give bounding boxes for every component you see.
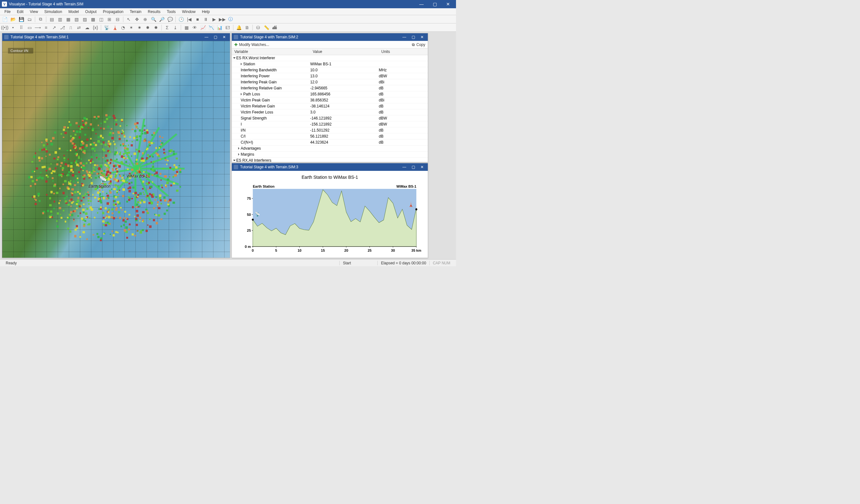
dish-icon[interactable]: ◔ xyxy=(119,24,127,31)
rect-icon[interactable]: ▭ xyxy=(26,24,33,31)
clock-icon[interactable]: 🕑 xyxy=(177,16,185,23)
table-row[interactable]: Interfering Relative Gain-2.945665dB xyxy=(232,85,428,91)
chart1-icon[interactable]: 📈 xyxy=(199,24,206,31)
profile-close-button[interactable]: ✕ xyxy=(418,165,427,169)
map-min-button[interactable]: — xyxy=(202,35,211,39)
menu-view[interactable]: View xyxy=(27,9,41,15)
profile-max-button[interactable]: ▢ xyxy=(409,165,418,169)
menu-terrain[interactable]: Terrain xyxy=(127,9,145,15)
menu-file[interactable]: File xyxy=(1,9,14,15)
profile-min-button[interactable]: — xyxy=(400,165,409,169)
table-row[interactable]: StationWiMax BS-1 xyxy=(232,61,428,67)
sigma-icon[interactable]: Σ xyxy=(163,24,171,31)
stop-icon[interactable]: ■ xyxy=(194,16,201,23)
table-row[interactable]: C/I56.121892dB xyxy=(232,133,428,140)
fast-forward-icon[interactable]: ▶▶ xyxy=(219,16,226,23)
menu-window[interactable]: Window xyxy=(179,9,199,15)
col-value[interactable]: Value xyxy=(310,48,378,55)
net2-icon[interactable]: ✷ xyxy=(136,24,143,31)
maximize-button[interactable]: ▢ xyxy=(428,2,441,7)
db-icon[interactable]: ⛁ xyxy=(255,24,262,31)
table-row[interactable]: Victim Peak Gain38.856352dBi xyxy=(232,97,428,103)
menu-propagation[interactable]: Propagation xyxy=(100,9,127,15)
bell-icon[interactable]: 🔔 xyxy=(235,24,242,31)
watch-close-button[interactable]: ✕ xyxy=(418,35,427,39)
close-button[interactable]: ✕ xyxy=(441,2,455,7)
copy-icon[interactable]: ⧉ xyxy=(37,16,44,23)
equal-icon[interactable]: ≡ xyxy=(43,24,49,31)
layout3-icon[interactable]: ▦ xyxy=(65,16,72,23)
table-row[interactable]: C/(N+I)44.323624dB xyxy=(232,140,428,145)
menu-edit[interactable]: Edit xyxy=(14,9,27,15)
tower-icon[interactable]: 🗼 xyxy=(111,24,118,31)
table-row[interactable]: Victim Relative Gain-38.146124dB xyxy=(232,103,428,109)
menu-model[interactable]: Model xyxy=(65,9,82,15)
col-units[interactable]: Units xyxy=(378,48,428,55)
layout8-icon[interactable]: ⊞ xyxy=(106,16,113,23)
table-row[interactable]: Path Loss165.886456dB xyxy=(232,91,428,97)
grid-dots-icon[interactable]: ⠿ xyxy=(18,24,25,31)
dot-icon[interactable]: • xyxy=(10,24,16,31)
earth-station-icon[interactable]: 📡 xyxy=(99,176,107,183)
menu-output[interactable]: Output xyxy=(82,9,100,15)
layout4-icon[interactable]: ▧ xyxy=(73,16,80,23)
antenna-icon[interactable]: ((•)) xyxy=(1,24,8,31)
doc-icon[interactable]: 🗎 xyxy=(244,24,250,31)
export-icon[interactable]: ⤓ xyxy=(172,24,179,31)
layout7-icon[interactable]: ◫ xyxy=(98,16,105,23)
watch-min-button[interactable]: — xyxy=(400,35,409,39)
table-row[interactable]: Interfering Bandwidth10.0MHz xyxy=(232,67,428,73)
layout-icon[interactable]: ▤ xyxy=(48,16,55,23)
sat-icon[interactable]: 📡 xyxy=(103,24,110,31)
table-row[interactable]: I/N-11.501292dB xyxy=(232,127,428,133)
watch-icon[interactable]: 👁 xyxy=(191,24,198,31)
map-close-button[interactable]: ✕ xyxy=(220,35,229,39)
table-row[interactable]: Victim Feeder Loss3.0dB xyxy=(232,109,428,115)
chart2-icon[interactable]: 📉 xyxy=(208,24,215,31)
layout2-icon[interactable]: ▥ xyxy=(56,16,63,23)
play-icon[interactable]: ▶ xyxy=(211,16,217,23)
chart4-icon[interactable]: 🗠 xyxy=(224,24,231,31)
skip-back-icon[interactable]: |◀ xyxy=(186,16,193,23)
comment-icon[interactable]: 💬 xyxy=(167,16,173,23)
select-icon[interactable]: ✥ xyxy=(133,16,141,23)
save-icon[interactable]: 💾 xyxy=(18,16,25,23)
net4-icon[interactable]: ✹ xyxy=(153,24,159,31)
table-row[interactable]: Interfering Power13.0dBW xyxy=(232,73,428,79)
table-row[interactable]: Signal Strength-146.121892dBW xyxy=(232,115,428,121)
open-file-icon[interactable]: 📂 xyxy=(10,16,16,23)
menu-results[interactable]: Results xyxy=(145,9,163,15)
link-icon[interactable]: ⟶ xyxy=(34,24,41,31)
branch-icon[interactable]: ⎇ xyxy=(59,24,66,31)
menu-simulation[interactable]: Simulation xyxy=(41,9,65,15)
pause-icon[interactable]: ⏸ xyxy=(202,16,209,23)
map-window-titlebar[interactable]: Tutorial Stage 4 with Terrain.SIM:1 — ▢ … xyxy=(2,33,230,41)
layout5-icon[interactable]: ▨ xyxy=(81,16,88,23)
col-variable[interactable]: Variable xyxy=(232,48,310,55)
pan-icon[interactable]: ⊕ xyxy=(142,16,149,23)
zoom-in-icon[interactable]: 🔍 xyxy=(150,16,157,23)
ruler-icon[interactable]: 📏 xyxy=(263,24,270,31)
table-row[interactable]: I-156.121892dBW xyxy=(232,121,428,127)
zoom-out-icon[interactable]: 🔎 xyxy=(158,16,165,23)
city-icon[interactable]: 🏙 xyxy=(271,24,278,31)
profile-window-titlebar[interactable]: Tutorial Stage 4 with Terrain.SIM:3 — ▢ … xyxy=(232,163,428,171)
watch-max-button[interactable]: ▢ xyxy=(409,35,418,39)
net1-icon[interactable]: ✶ xyxy=(128,24,135,31)
save-all-icon[interactable]: 🗂 xyxy=(26,16,33,23)
copy-button[interactable]: Copy xyxy=(416,42,425,47)
menu-help[interactable]: Help xyxy=(199,9,213,15)
watch-window-titlebar[interactable]: Tutorial Stage 4 with Terrain.SIM:2 — ▢ … xyxy=(232,33,428,41)
table-row[interactable]: Advantages xyxy=(232,145,428,152)
arrow-icon[interactable]: ↗ xyxy=(51,24,58,31)
chart3-icon[interactable]: 📊 xyxy=(216,24,223,31)
net3-icon[interactable]: ✸ xyxy=(144,24,151,31)
menu-tools[interactable]: Tools xyxy=(163,9,179,15)
node-icon[interactable]: ⎍ xyxy=(67,24,74,31)
formula-icon[interactable]: {x} xyxy=(92,24,99,31)
layout6-icon[interactable]: ▩ xyxy=(89,16,96,23)
layout9-icon[interactable]: ⊟ xyxy=(114,16,121,23)
modify-watches-button[interactable]: Modify Watches... xyxy=(239,42,269,47)
wimax-bs-icon[interactable]: 🗼 xyxy=(135,166,143,174)
pointer-icon[interactable]: ↖ xyxy=(125,16,132,23)
